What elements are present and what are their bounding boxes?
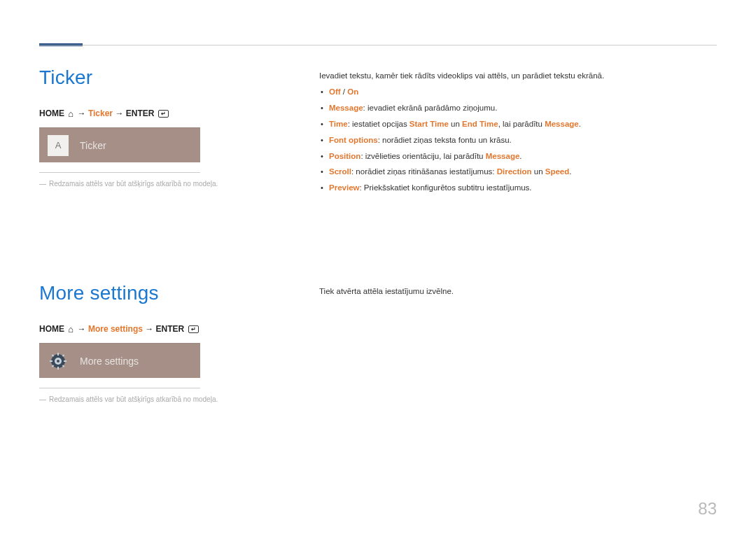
key-direction: Direction [497,167,532,176]
footnote-text: Redzamais attēls var būt atšķirīgs atkar… [49,180,218,188]
key-start-time: Start Time [410,120,449,128]
key-font-options: Font options [329,136,378,144]
svg-rect-2 [57,353,59,356]
heading-more-settings: More settings [39,282,291,304]
header-rule [39,45,717,45]
divider [39,172,200,173]
home-icon [68,324,74,335]
t: , lai parādītu [498,120,545,128]
t: un [449,120,462,128]
t: : iestatiet opcijas [348,120,410,128]
enter-icon: ↵ [188,325,199,333]
key-time: Time [329,120,348,128]
more-settings-intro: Tiek atvērta attēla iestatījumu izvēlne. [319,285,717,297]
t: un [532,167,545,176]
bullet-scroll: Scroll: norādiet ziņas ritināšanas iesta… [329,166,717,178]
footnote-more-settings: ―Redzamais attēls var būt atšķirīgs atka… [39,394,291,405]
t: : norādiet ziņas teksta fontu un krāsu. [378,136,512,144]
section-more-settings: More settings HOME → More settings → ENT… [39,282,717,405]
breadcrumb-ticker: HOME → Ticker → ENTER ↵ [39,108,291,119]
key-preview: Preview [329,183,359,192]
bullet-font-options: Font options: norādiet ziņas teksta font… [329,134,717,147]
svg-rect-5 [64,360,66,362]
section-ticker: Ticker HOME → Ticker → ENTER ↵ A Ticker … [39,66,717,198]
svg-rect-4 [50,360,52,362]
t: . [579,120,581,128]
t: . [569,167,571,176]
crumb-arrow: → [78,108,86,118]
home-icon [68,108,74,119]
bullet-message: Message: ievadiet ekrānā parādāmo ziņoju… [329,102,717,115]
key-msg: Message [486,152,520,160]
key-speed: Speed [545,167,570,176]
more-settings-tile-label: More settings [80,356,139,367]
breadcrumb-more-settings: HOME → More settings → ENTER ↵ [39,324,291,335]
ticker-tile-icon: A [48,135,69,156]
ticker-bullets: Off / On Message: ievadiet ekrānā parādā… [319,86,717,195]
divider [39,388,200,388]
t: : izvēlieties orientāciju, lai parādītu [360,152,485,160]
text-message: : ievadiet ekrānā parādāmo ziņojumu. [363,104,498,112]
footnote-text: Redzamais attēls var būt atšķirīgs atkar… [49,395,218,403]
page-number: 83 [698,499,717,519]
t: : Priekšskatiet konfigurētos subtitru ie… [359,183,531,192]
ticker-intro: Ievadiet tekstu, kamēr tiek rādīts video… [319,69,717,82]
crumb-arrow: → [145,324,153,334]
footnote-dash: ― [39,395,46,403]
svg-rect-3 [57,367,59,370]
crumb-arrow: → [115,108,123,118]
key-scroll: Scroll [329,167,351,176]
key-position: Position [329,152,360,160]
key-message: Message [329,104,363,112]
crumb-enter: ENTER [126,108,155,118]
footnote-ticker: ―Redzamais attēls var būt atšķirīgs atka… [39,178,291,189]
opt-on: On [347,87,358,96]
t: : norādiet ziņas ritināšanas iestatījumu… [351,167,497,176]
ticker-tile-label: Ticker [80,140,106,151]
svg-point-10 [57,360,59,363]
crumb-enter: ENTER [156,324,185,334]
enter-icon: ↵ [158,110,169,118]
menu-tile-ticker: A Ticker [39,127,200,162]
footnote-dash: ― [39,180,46,188]
bullet-position: Position: izvēlieties orientāciju, lai p… [329,150,717,163]
bullet-time: Time: iestatiet opcijas Start Time un En… [329,118,717,131]
opt-off: Off [329,87,341,96]
crumb-item: Ticker [88,108,113,118]
menu-tile-more-settings: More settings [39,343,200,378]
bullet-off-on: Off / On [329,86,717,99]
crumb-home: HOME [39,324,64,334]
key-msg: Message [545,120,579,128]
crumb-arrow: → [78,324,86,334]
crumb-item: More settings [88,324,143,334]
crumb-home: HOME [39,108,64,118]
heading-ticker: Ticker [39,66,291,89]
bullet-preview: Preview: Priekšskatiet konfigurētos subt… [329,182,717,195]
opt-sep: / [341,87,348,96]
t: . [519,152,522,160]
key-end-time: End Time [462,120,498,128]
gear-icon [48,351,69,372]
